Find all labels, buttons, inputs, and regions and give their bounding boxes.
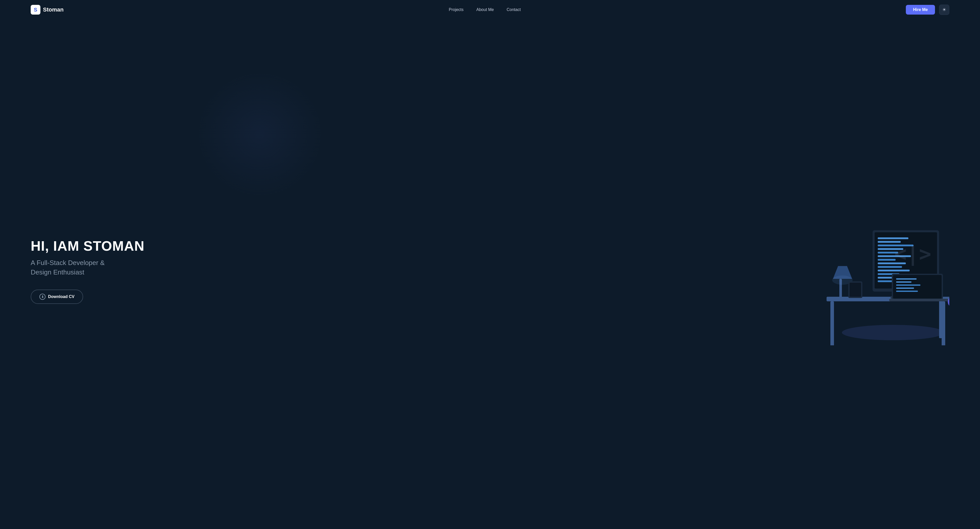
- download-icon: ⬇: [40, 294, 46, 300]
- svg-rect-11: [878, 237, 908, 239]
- svg-rect-39: [896, 284, 920, 286]
- developer-svg: <|> <|>: [791, 197, 949, 345]
- svg-rect-42: [889, 299, 948, 301]
- hero-subtitle: A Full-Stack Developer & Design Enthusia…: [31, 258, 145, 277]
- theme-toggle-button[interactable]: ☀: [939, 5, 949, 15]
- hero-illustration: <|> <|>: [791, 197, 949, 345]
- logo-icon: S: [31, 5, 40, 14]
- svg-rect-41: [896, 291, 918, 292]
- nav-links: Projects About Me Contact: [449, 7, 521, 12]
- nav-contact[interactable]: Contact: [507, 7, 521, 12]
- logo-text: Stoman: [43, 6, 64, 13]
- svg-rect-37: [896, 278, 916, 280]
- projects-section: Projects Portfolio: [0, 528, 980, 529]
- hero-title: HI, IAM STOMAN: [31, 238, 145, 253]
- download-cv-button[interactable]: ⬇ Download CV: [31, 290, 83, 304]
- svg-text:<|>: <|>: [894, 242, 931, 266]
- nav-right: Hire Me ☀: [906, 5, 949, 15]
- svg-rect-3: [942, 301, 945, 345]
- svg-rect-2: [830, 301, 834, 345]
- hero-content: HI, IAM STOMAN A Full-Stack Developer & …: [31, 238, 145, 304]
- svg-rect-19: [878, 266, 902, 268]
- svg-rect-40: [896, 287, 914, 289]
- svg-rect-5: [939, 300, 942, 338]
- svg-rect-17: [878, 259, 896, 261]
- svg-rect-38: [896, 281, 912, 283]
- hero-section: HI, IAM STOMAN A Full-Stack Developer & …: [0, 19, 980, 528]
- logo[interactable]: S Stoman: [31, 5, 64, 14]
- svg-rect-34: [850, 283, 861, 297]
- nav-about[interactable]: About Me: [476, 7, 494, 12]
- svg-point-0: [842, 325, 944, 340]
- hire-me-button[interactable]: Hire Me: [906, 5, 935, 14]
- navbar: S Stoman Projects About Me Contact Hire …: [0, 0, 980, 19]
- svg-rect-20: [878, 269, 910, 271]
- nav-projects[interactable]: Projects: [449, 7, 464, 12]
